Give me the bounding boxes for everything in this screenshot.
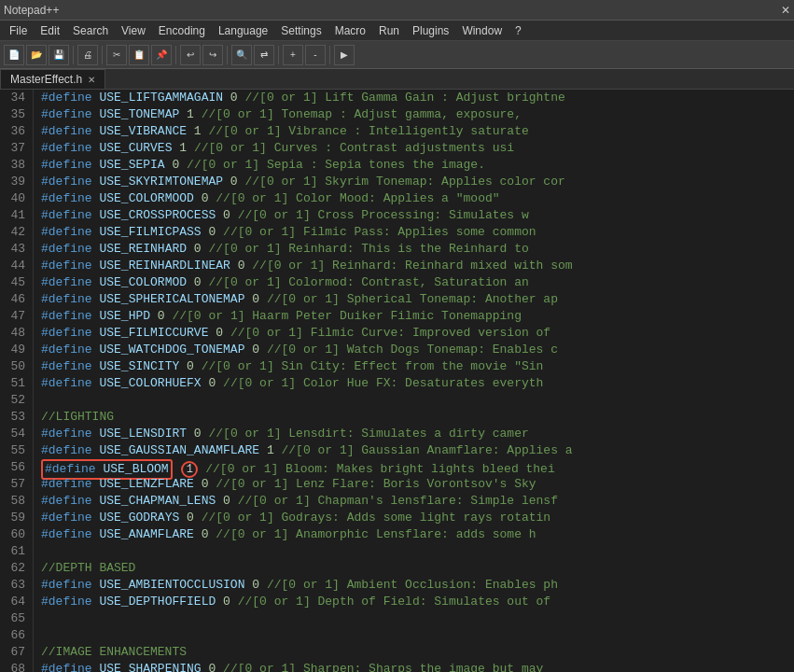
code-line-49[interactable]: #define USE_WATCHDOG_TONEMAP 0 //[0 or 1… (41, 342, 794, 358)
code-line-34[interactable]: #define USE_LIFTGAMMAGAIN 0 //[0 or 1] L… (41, 90, 794, 106)
code-line-36[interactable]: #define USE_VIBRANCE 1 //[0 or 1] Vibran… (41, 123, 794, 140)
menu-item-search[interactable]: Search (67, 22, 114, 39)
open-button[interactable]: 📂 (26, 45, 47, 65)
code-line-57[interactable]: #define USE_LENZFLARE 0 //[0 or 1] Lenz … (41, 476, 794, 493)
comment-64: //[0 or 1] Depth of Field: Simulates out… (238, 595, 550, 609)
replace-button[interactable]: ⇄ (254, 45, 274, 65)
macro-57: USE_LENZFLARE (99, 477, 193, 491)
code-line-47[interactable]: #define USE_HPD 0 //[0 or 1] Haarm Peter… (41, 308, 794, 325)
line-num-60: 60 (4, 526, 25, 543)
code-line-39[interactable]: #define USE_SKYRIMTONEMAP 0 //[0 or 1] S… (41, 174, 794, 190)
menu-item-view[interactable]: View (116, 22, 151, 39)
line-num-47: 47 (4, 308, 25, 325)
comment-51: //[0 or 1] Color Hue FX: Desaturates eve… (223, 376, 543, 390)
keyword-46: #define (41, 292, 92, 306)
menu-item-edit[interactable]: Edit (35, 22, 65, 39)
menu-item-language[interactable]: Language (213, 22, 273, 39)
comment-63: //[0 or 1] Ambient Occlusion: Enables ph (267, 578, 558, 592)
line-num-62: 62 (4, 560, 25, 577)
value-45: 0 (194, 275, 202, 289)
code-line-68[interactable]: #define USE_SHARPENING 0 //[0 or 1] Shar… (41, 661, 794, 672)
menu-item-encoding[interactable]: Encoding (153, 22, 211, 39)
code-line-53[interactable]: //LIGHTING (41, 409, 794, 426)
code-line-63[interactable]: #define USE_AMBIENTOCCLUSION 0 //[0 or 1… (41, 577, 794, 594)
cut-button[interactable]: ✂ (106, 45, 127, 65)
comment-57: //[0 or 1] Lenz Flare: Boris Vorontsov's… (216, 477, 536, 491)
code-line-40[interactable]: #define USE_COLORMOOD 0 //[0 or 1] Color… (41, 190, 794, 207)
code-line-45[interactable]: #define USE_COLORMOD 0 //[0 or 1] Colorm… (41, 274, 794, 291)
code-line-54[interactable]: #define USE_LENSDIRT 0 //[0 or 1] Lensdi… (41, 426, 794, 442)
line-num-52: 52 (4, 392, 25, 409)
title-text: Notepad++ (4, 4, 59, 17)
menu-item-settings[interactable]: Settings (275, 22, 327, 39)
code-line-67[interactable]: //IMAGE ENHANCEMENTS (41, 644, 794, 661)
undo-button[interactable]: ↩ (180, 45, 201, 65)
editor[interactable]: 3435363738394041424344454647484950515253… (0, 90, 794, 672)
code-line-66[interactable] (41, 627, 794, 644)
line-num-63: 63 (4, 577, 25, 594)
code-line-42[interactable]: #define USE_FILMICPASS 0 //[0 or 1] Film… (41, 224, 794, 241)
comment-62: //DEPTH BASED (41, 561, 135, 575)
macro-45: USE_COLORMOD (99, 275, 187, 289)
code-line-48[interactable]: #define USE_FILMICCURVE 0 //[0 or 1] Fil… (41, 325, 794, 342)
code-line-38[interactable]: #define USE_SEPIA 0 //[0 or 1] Sepia : S… (41, 157, 794, 174)
menu-item-?[interactable]: ? (509, 22, 527, 39)
print-button[interactable]: 🖨 (77, 45, 98, 65)
code-line-65[interactable] (41, 610, 794, 627)
paste-button[interactable]: 📌 (151, 45, 172, 65)
value-58: 0 (223, 494, 230, 508)
line-num-68: 68 (4, 661, 25, 672)
code-line-44[interactable]: #define USE_REINHARDLINEAR 0 //[0 or 1] … (41, 258, 794, 274)
comment-44: //[0 or 1] Reinhard: Reinhard mixed with… (252, 259, 572, 273)
macro-button[interactable]: ▶ (334, 45, 355, 65)
value-57: 0 (202, 477, 209, 491)
value-38: 0 (172, 158, 179, 172)
code-line-56[interactable]: #define USE_BLOOM 1 //[0 or 1] Bloom: Ma… (41, 459, 794, 476)
code-line-50[interactable]: #define USE_SINCITY 0 //[0 or 1] Sin Cit… (41, 358, 794, 375)
code-line-51[interactable]: #define USE_COLORHUEFX 0 //[0 or 1] Colo… (41, 375, 794, 392)
code-line-41[interactable]: #define USE_CROSSPROCESS 0 //[0 or 1] Cr… (41, 207, 794, 224)
macro-39: USE_SKYRIMTONEMAP (99, 175, 223, 189)
menu-item-file[interactable]: File (4, 22, 33, 39)
code-line-55[interactable]: #define USE_GAUSSIAN_ANAMFLARE 1 //[0 or… (41, 442, 794, 459)
find-button[interactable]: 🔍 (231, 45, 252, 65)
macro-49: USE_WATCHDOG_TONEMAP (99, 343, 244, 357)
zoom-out-button[interactable]: - (305, 45, 326, 65)
redo-button[interactable]: ↪ (202, 45, 223, 65)
keyword-63: #define (41, 578, 92, 592)
menu-item-run[interactable]: Run (373, 22, 405, 39)
new-button[interactable]: 📄 (4, 45, 24, 65)
menu-item-plugins[interactable]: Plugins (407, 22, 454, 39)
code-line-46[interactable]: #define USE_SPHERICALTONEMAP 0 //[0 or 1… (41, 291, 794, 308)
code-line-52[interactable] (41, 392, 794, 409)
code-line-43[interactable]: #define USE_REINHARD 0 //[0 or 1] Reinha… (41, 241, 794, 258)
code-line-62[interactable]: //DEPTH BASED (41, 560, 794, 577)
close-button[interactable]: ✕ (781, 4, 790, 17)
menu-item-window[interactable]: Window (456, 22, 508, 39)
tab-close-icon[interactable]: ✕ (88, 75, 95, 85)
line-num-35: 35 (4, 106, 25, 123)
macro-42: USE_FILMICPASS (99, 225, 201, 239)
tab-label: MasterEffect.h (10, 73, 82, 86)
code-line-37[interactable]: #define USE_CURVES 1 //[0 or 1] Curves :… (41, 140, 794, 157)
keyword-48: #define (41, 326, 92, 340)
copy-button[interactable]: 📋 (129, 45, 149, 65)
save-button[interactable]: 💾 (49, 45, 69, 65)
keyword-39: #define (41, 175, 92, 189)
code-content[interactable]: #define USE_LIFTGAMMAGAIN 0 //[0 or 1] L… (34, 90, 794, 672)
keyword-50: #define (41, 359, 92, 373)
macro-51: USE_COLORHUEFX (99, 376, 201, 390)
macro-38: USE_SEPIA (99, 158, 164, 172)
menu-item-macro[interactable]: Macro (329, 22, 371, 39)
code-line-58[interactable]: #define USE_CHAPMAN_LENS 0 //[0 or 1] Ch… (41, 493, 794, 510)
keyword-49: #define (41, 343, 92, 357)
code-line-60[interactable]: #define USE_ANAMFLARE 0 //[0 or 1] Anamo… (41, 526, 794, 543)
code-line-61[interactable] (41, 543, 794, 560)
comment-46: //[0 or 1] Spherical Tonemap: Another ap (267, 292, 558, 306)
code-line-59[interactable]: #define USE_GODRAYS 0 //[0 or 1] Godrays… (41, 510, 794, 526)
code-line-64[interactable]: #define USE_DEPTHOFFIELD 0 //[0 or 1] De… (41, 594, 794, 610)
zoom-in-button[interactable]: + (283, 45, 303, 65)
bloom-circle: 1 (181, 461, 198, 478)
code-line-35[interactable]: #define USE_TONEMAP 1 //[0 or 1] Tonemap… (41, 106, 794, 123)
tab-mastereffect[interactable]: MasterEffect.h ✕ (0, 69, 105, 89)
